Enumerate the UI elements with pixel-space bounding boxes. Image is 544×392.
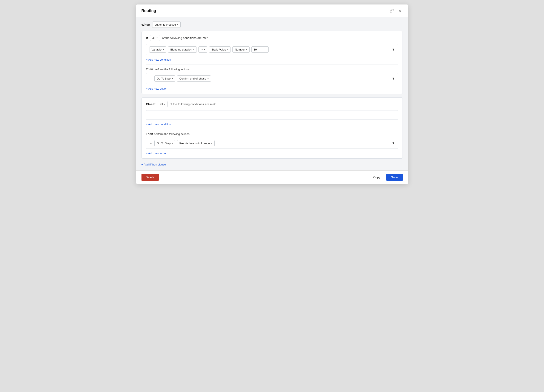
clause1-target-dropdown[interactable]: Confirm end of phase ▾: [177, 76, 211, 82]
link-icon-button[interactable]: [389, 8, 395, 13]
modal-body: When button is pressed ▾ If all ▾: [136, 17, 408, 170]
clause2-conditions-text: of the following conditions are met:: [170, 103, 216, 106]
trigger-caret: ▾: [177, 23, 178, 26]
modal-footer: Delete Copy Save: [136, 170, 408, 184]
clause-2-block: Else If all ▾ of the following condition…: [142, 97, 403, 159]
clause2-empty-condition: [146, 110, 398, 120]
clause1-all-dropdown[interactable]: all ▾: [150, 35, 160, 41]
clause2-action-delete-button[interactable]: [391, 141, 395, 145]
clause2-all-dropdown[interactable]: all ▾: [158, 101, 167, 107]
clause1-action-delete-button[interactable]: [391, 76, 395, 81]
clause1-action-row: → Go To Step ▾ Confirm end of phase ▾: [146, 73, 398, 84]
trigger-dropdown[interactable]: button is pressed ▾: [152, 22, 181, 28]
clause1-source-dropdown[interactable]: Static Value ▾: [209, 47, 231, 53]
clause1-then-text: perform the following actions:: [154, 68, 190, 71]
clause2-then-section: Then perform the following actions: → Go…: [146, 129, 398, 155]
clause1-delete-button[interactable]: [407, 34, 408, 38]
clause1-operator-dropdown[interactable]: > ▾: [198, 47, 207, 53]
clause1-add-action-button[interactable]: + Add new action: [146, 87, 167, 90]
when-row: When button is pressed ▾: [142, 22, 403, 28]
copy-button[interactable]: Copy: [370, 174, 384, 181]
clause2-add-action-button[interactable]: + Add new action: [146, 152, 167, 155]
clause1-number-dropdown[interactable]: Number ▾: [232, 47, 249, 53]
clause1-add-condition-button[interactable]: + Add new condition: [146, 58, 171, 61]
clause1-then-label: Then perform the following actions:: [146, 67, 398, 71]
clause2-then-label: Then perform the following actions:: [146, 132, 398, 136]
footer-right: Copy Save: [370, 174, 403, 181]
clause2-add-condition-button[interactable]: + Add new condition: [146, 123, 171, 126]
if-label: If: [146, 36, 148, 40]
header-actions: [389, 8, 403, 13]
clause1-field-dropdown[interactable]: Blending duration ▾: [168, 47, 197, 53]
clause2-target-dropdown[interactable]: Premix time out of range ▾: [177, 140, 215, 146]
clause-1-outer: If all ▾ of the following conditions are…: [142, 31, 403, 94]
else-if-label: Else If: [146, 102, 155, 106]
clause1-conditions-text: of the following conditions are met:: [162, 36, 209, 40]
clause1-type-dropdown[interactable]: Variable ▾: [149, 47, 166, 53]
clause2-then-text: perform the following actions:: [154, 132, 190, 136]
if-row: If all ▾ of the following conditions are…: [146, 35, 398, 41]
clause-2-outer: Else If all ▾ of the following condition…: [142, 97, 403, 159]
clause1-value-input[interactable]: [251, 47, 269, 53]
modal-header: Routing: [136, 5, 408, 17]
modal-title: Routing: [142, 9, 156, 13]
clause1-condition-delete-button[interactable]: [391, 47, 395, 52]
else-if-row: Else If all ▾ of the following condition…: [146, 101, 398, 107]
clause2-action-row: → Go To Step ▾ Premix time out of range …: [146, 138, 398, 149]
delete-button[interactable]: Delete: [142, 174, 159, 181]
save-button[interactable]: Save: [386, 174, 403, 181]
clause2-arrow-icon: →: [149, 142, 152, 145]
clause2-step-dropdown[interactable]: Go To Step ▾: [154, 140, 175, 146]
clause2-delete-button[interactable]: [407, 100, 408, 105]
when-label: When: [142, 23, 150, 26]
add-clause-button[interactable]: + Add if/then clause: [142, 163, 166, 166]
clause-1-block: If all ▾ of the following conditions are…: [142, 31, 403, 94]
clause1-condition-row: Variable ▾ Blending duration ▾ > ▾ Sta: [146, 44, 398, 55]
clause1-then-section: Then perform the following actions: → Go…: [146, 64, 398, 90]
clause1-arrow-icon: →: [149, 77, 152, 80]
clause1-step-dropdown[interactable]: Go To Step ▾: [154, 76, 175, 82]
close-button[interactable]: [397, 8, 403, 13]
